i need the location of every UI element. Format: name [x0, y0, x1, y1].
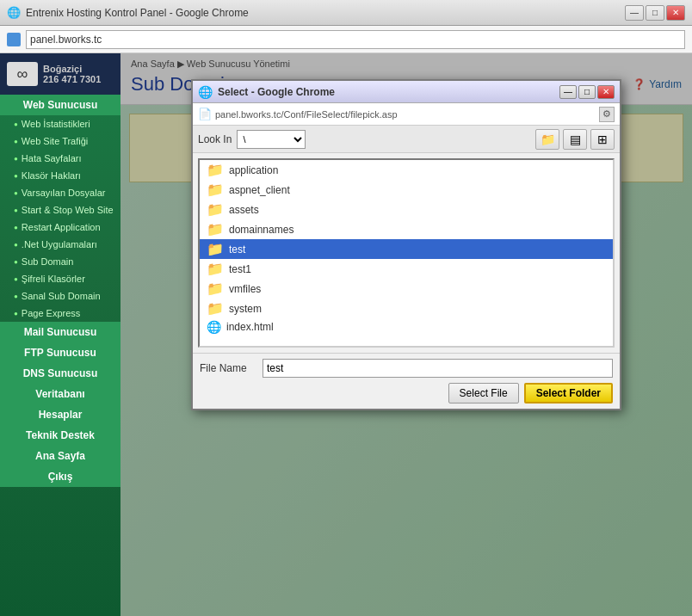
filename-label: File Name: [200, 362, 256, 374]
popup-addressbar: 📄 panel.bworks.tc/Conf/FileSelect/filepi…: [193, 103, 620, 126]
favicon-icon: [7, 33, 21, 46]
sidebar-section-support[interactable]: Teknik Destek: [0, 425, 120, 446]
sidebar-section-mail[interactable]: Mail Sunucusu: [0, 322, 120, 342]
sidebar-item-error[interactable]: ●Hata Sayfaları: [0, 150, 120, 167]
sidebar-item-varsayilan[interactable]: ●Varsayılan Dosyalar: [0, 184, 120, 201]
view-detail-button[interactable]: ⊞: [590, 129, 615, 150]
filename-row: File Name: [200, 359, 613, 378]
select-folder-button[interactable]: Select Folder: [524, 383, 613, 403]
folder-icon: 📁: [207, 300, 224, 317]
sidebar-logo: ∞ Boğaziçi 216 471 7301: [0, 53, 120, 95]
file-item-assets[interactable]: 📁 assets: [200, 200, 613, 219]
sidebar-section-accounts[interactable]: Hesaplar: [0, 404, 120, 425]
popup-minimize-button[interactable]: —: [559, 85, 577, 99]
folder-icon: 📁: [207, 221, 224, 237]
sidebar-item-sanal[interactable]: ●Sanal Sub Domain: [0, 287, 120, 305]
sidebar-item-traffic[interactable]: ●Web Site Trafiği: [0, 132, 120, 150]
sidebar-item-subdomain[interactable]: ●Sub Domain: [0, 253, 120, 270]
file-item-index[interactable]: 🌐 index.html: [200, 318, 613, 336]
nav-up-button[interactable]: 📁: [535, 129, 559, 150]
page-body: ∞ Boğaziçi 216 471 7301 Web Sunucusu ●We…: [0, 53, 692, 616]
sidebar-item-restart[interactable]: ●Restart Application: [0, 219, 120, 236]
popup-window: 🌐 Select - Google Chrome — □ ✕ 📄 panel.b…: [191, 79, 621, 410]
folder-icon: 📁: [207, 162, 224, 178]
popup-title-text: Select - Google Chrome: [218, 86, 554, 98]
sidebar-section-db[interactable]: Veritabanı: [0, 384, 120, 404]
file-item-vmfiles[interactable]: 📁 vmfiles: [200, 279, 613, 299]
popup-titlebar: 🌐 Select - Google Chrome — □ ✕: [193, 81, 620, 103]
popup-address-text: panel.bworks.tc/Conf/FileSelect/filepick…: [215, 109, 596, 120]
folder-icon: 📁: [207, 201, 224, 218]
sidebar-item-klasor[interactable]: ●Klasör Hakları: [0, 167, 120, 184]
file-item-domainnames[interactable]: 📁 domainnames: [200, 219, 613, 239]
popup-close-button[interactable]: ✕: [597, 85, 615, 99]
sidebar-item-net[interactable]: ●.Net Uygulamaları: [0, 236, 120, 253]
folder-icon: 📁: [207, 261, 224, 277]
folder-icon: 📁: [207, 280, 224, 297]
file-list[interactable]: 📁 application 📁 aspnet_client 📁 assets: [198, 158, 615, 348]
close-button[interactable]: ✕: [666, 5, 685, 21]
buttons-row: Select File Select Folder: [200, 383, 613, 403]
file-item-test[interactable]: 📁 test: [200, 239, 613, 259]
sidebar-section-ftp[interactable]: FTP Sunucusu: [0, 342, 120, 363]
file-item-system[interactable]: 📁 system: [200, 299, 613, 318]
popup-page-icon: 📄: [198, 108, 212, 120]
sidebar: ∞ Boğaziçi 216 471 7301 Web Sunucusu ●We…: [0, 53, 120, 616]
sidebar-section-logout[interactable]: Çıkış: [0, 466, 120, 487]
main-page: ∞ Boğaziçi 216 471 7301 Web Sunucusu ●We…: [0, 53, 692, 616]
popup-bottom: File Name Select File Select Folder: [193, 353, 620, 409]
popup-title-icon: 🌐: [198, 85, 213, 99]
sidebar-item-express[interactable]: ●Page Express: [0, 305, 120, 322]
content-area: Ana Sayfa ▶ Web Sunucusu Yönetimi Sub Do…: [120, 53, 692, 616]
address-bar-input[interactable]: [26, 30, 685, 49]
modal-overlay: 🌐 Select - Google Chrome — □ ✕ 📄 panel.b…: [120, 53, 692, 616]
sidebar-item-stats[interactable]: ●Web İstatistikleri: [0, 115, 120, 132]
minimize-button[interactable]: —: [625, 5, 644, 21]
browser-addressbar: [0, 26, 692, 53]
popup-toolbar: Look In \ 📁 ▤ ⊞: [193, 126, 620, 153]
logo-text: Boğaziçi: [43, 64, 101, 74]
browser-titlebar: 🌐 Entrenix Hosting Kontrol Panel - Googl…: [0, 0, 692, 26]
browser-title: Entrenix Hosting Kontrol Panel - Google …: [26, 7, 620, 19]
sidebar-item-startstop[interactable]: ●Start & Stop Web Site: [0, 201, 120, 219]
view-list-button[interactable]: ▤: [563, 129, 587, 150]
file-item-aspnet-client[interactable]: 📁 aspnet_client: [200, 180, 613, 200]
maximize-button[interactable]: □: [646, 5, 664, 21]
logo-phone: 216 471 7301: [43, 74, 101, 84]
folder-icon: 📁: [207, 182, 224, 198]
browser-controls: — □ ✕: [625, 5, 685, 21]
select-file-button[interactable]: Select File: [448, 383, 519, 403]
sidebar-section-web[interactable]: Web Sunucusu: [0, 95, 120, 115]
popup-address-action-button[interactable]: ⚙: [599, 107, 615, 122]
file-icon: 🌐: [207, 320, 221, 334]
logo-icon: ∞: [7, 62, 38, 86]
folder-icon-selected: 📁: [207, 241, 224, 257]
file-item-application[interactable]: 📁 application: [200, 160, 613, 180]
file-item-test1[interactable]: 📁 test1: [200, 259, 613, 279]
popup-controls: — □ ✕: [559, 85, 615, 99]
popup-maximize-button[interactable]: □: [578, 85, 596, 99]
lookin-select[interactable]: \: [237, 130, 306, 149]
sidebar-section-dns[interactable]: DNS Sunucusu: [0, 363, 120, 384]
sidebar-section-home[interactable]: Ana Sayfa: [0, 446, 120, 466]
filename-input[interactable]: [263, 359, 613, 378]
sidebar-item-sifreli[interactable]: ●Şifreli Klasörler: [0, 270, 120, 287]
lookin-label: Look In: [198, 133, 232, 145]
